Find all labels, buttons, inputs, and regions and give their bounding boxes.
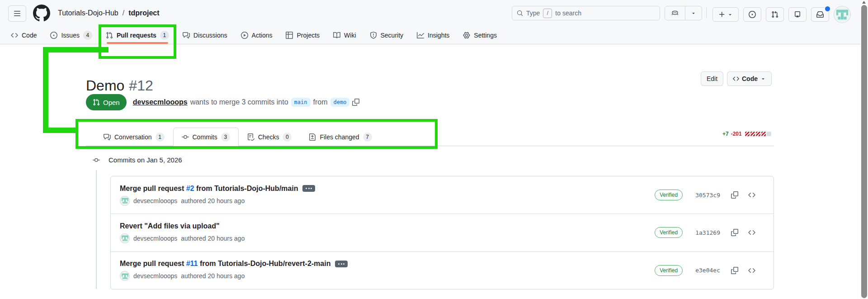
repo-nav-wiki[interactable]: Wiki [333,26,356,44]
copy-sha-button[interactable] [731,191,738,199]
issues-header-button[interactable] [743,7,761,22]
unread-notification-dot [824,5,831,12]
commit-message-ellipsis-button[interactable] [302,185,315,192]
nav-label: Code [22,32,37,39]
commit-author-avatar[interactable] [120,196,130,206]
nav-label: Actions [252,32,273,39]
repo-nav-issues[interactable]: Issues 4 [50,26,92,44]
repo-nav-pull-requests[interactable]: Pull requests 1 [106,26,169,44]
commit-author-avatar[interactable] [120,271,130,281]
copilot-split-button [665,6,702,20]
commit-authored-time: authored 20 hours ago [181,272,245,280]
commit-sha[interactable]: e3e04ec [695,267,720,274]
chevron-down-icon [691,10,696,16]
deletions-count: -201 [731,131,742,137]
user-avatar[interactable] [834,6,851,23]
commit-sha[interactable]: 1a31269 [695,229,720,236]
chevron-down-icon [760,76,766,81]
repo-nav-projects[interactable]: Projects [286,26,320,44]
git-pull-request-icon [93,99,100,106]
breadcrumb-separator: / [123,9,124,17]
checklist-icon [247,133,255,141]
copy-branch-button[interactable] [352,99,359,106]
code-dropdown-button[interactable]: Code [727,71,772,86]
git-commit-icon [182,133,189,141]
commits-timeline-line [96,170,97,289]
verified-badge[interactable]: Verified [655,190,683,200]
search-icon [517,10,523,16]
verified-badge[interactable]: Verified [655,227,683,238]
bookmark-panel-button[interactable] [788,7,807,22]
verified-badge[interactable]: Verified [655,265,683,276]
github-logo[interactable] [33,4,51,22]
breadcrumb-org-link[interactable]: Tutorials-Dojo-Hub [58,9,118,17]
conversation-count-badge: 1 [156,133,165,142]
commit-info: Merge pull request #2 from Tutorials-Doj… [120,185,315,206]
scrollbar-thumb[interactable] [861,5,867,298]
commit-list: Merge pull request #2 from Tutorials-Doj… [110,176,774,290]
git-pull-request-icon [771,11,778,18]
repo-nav-settings[interactable]: Settings [463,26,497,44]
scrollbar-up-arrow[interactable] [862,1,866,4]
copilot-dropdown-button[interactable] [685,6,702,20]
repo-nav-actions[interactable]: Actions [241,26,273,44]
commit-title: Revert "Add files via upload" [120,222,245,230]
browse-code-button[interactable] [748,229,755,236]
nav-label: Settings [474,32,497,39]
code-icon [748,229,755,236]
pr-reference-link[interactable]: #11 [186,260,198,268]
code-icon [748,191,755,199]
plus-icon [718,11,726,18]
head-branch-label[interactable]: demo [330,98,350,107]
repo-nav-discussions[interactable]: Discussions [183,26,227,44]
commit-author[interactable]: devsecmlooops [133,235,177,242]
pull-requests-header-button[interactable] [766,7,784,22]
copy-icon [731,267,738,274]
nav-label: Insights [428,32,449,39]
tab-files-changed[interactable]: Files changed 7 [300,128,380,146]
hamburger-menu-button[interactable] [8,5,26,22]
graph-icon [417,32,424,39]
repo-nav-code[interactable]: Code [11,26,37,44]
pr-author-link[interactable]: devsecmlooops [133,98,188,106]
create-new-button[interactable] [712,7,739,22]
pr-number: #12 [129,77,153,94]
commit-author-avatar[interactable] [120,233,130,243]
pull-requests-count-badge: 1 [160,31,169,40]
copy-sha-button[interactable] [731,229,738,236]
commit-row: Revert "Add files via upload" devsecmloo… [111,214,774,251]
tab-conversation[interactable]: Conversation 1 [95,128,173,146]
diffstat-block [756,132,760,136]
git-commit-icon [93,157,100,164]
commit-author[interactable]: devsecmlooops [133,272,177,280]
annotation-connector-bottom [43,128,78,133]
nav-label: Projects [297,32,320,39]
copilot-button[interactable] [665,6,685,20]
base-branch-label[interactable]: main [291,98,311,107]
header-actions [712,6,851,23]
breadcrumb-repo-link[interactable]: tdproject [128,9,159,17]
copy-icon [731,191,738,199]
annotation-connector-vertical [43,47,48,133]
diffstat-block [761,132,766,136]
repo-nav-security[interactable]: Security [370,26,404,44]
commit-meta: devsecmlooops authored 20 hours ago [120,233,245,243]
tab-checks[interactable]: Checks 0 [239,128,301,146]
repo-nav-insights[interactable]: Insights [417,26,449,44]
tab-commits[interactable]: Commits 3 [173,128,239,146]
vertical-scrollbar [860,0,868,299]
commit-sha[interactable]: 30573c9 [695,192,720,199]
header-divider [706,8,707,19]
copy-sha-button[interactable] [731,267,738,274]
browse-code-button[interactable] [748,191,755,199]
search-placeholder-prefix: Type [526,9,540,17]
pr-reference-link[interactable]: #2 [186,185,194,193]
search-input[interactable]: Type / to search [512,6,660,20]
browse-code-button[interactable] [748,267,755,274]
commit-author[interactable]: devsecmlooops [133,197,177,204]
github-pr-page: Tutorials-Dojo-Hub / tdproject Type / to… [0,0,868,299]
edit-button[interactable]: Edit [701,71,723,86]
identicon-avatar-icon [121,234,129,242]
file-diff-icon [309,133,316,141]
commit-message-ellipsis-button[interactable] [335,261,348,267]
